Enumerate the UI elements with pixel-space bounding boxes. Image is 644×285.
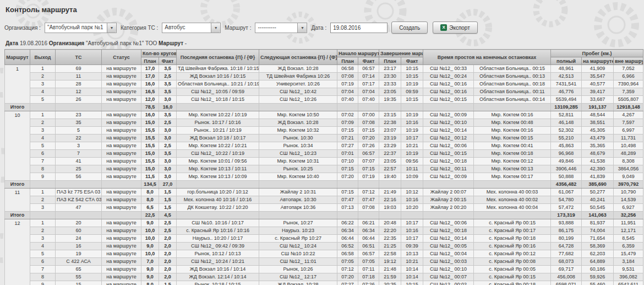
total-label: Итого <box>5 212 30 219</box>
create-button[interactable]: Создать <box>391 21 428 34</box>
table-cell: 1,5 <box>159 196 177 204</box>
table-cell: 8,545 <box>614 235 643 243</box>
table-cell: 07:12 <box>337 266 358 273</box>
chevron-down-icon[interactable]: ▼ <box>107 23 116 33</box>
date-input[interactable] <box>330 23 388 33</box>
table-cell: 22:58 <box>379 250 401 258</box>
table-cell: с. Красный Яр 00:15 <box>474 219 551 227</box>
table-cell: на маршруте <box>102 111 141 119</box>
header-status: Статус <box>102 50 141 65</box>
total-mileage-off: 12918,148 <box>614 104 643 111</box>
table-cell: 10:21 <box>401 142 423 150</box>
table-cell: 07:27 <box>337 281 358 285</box>
table-row: 235на маршруте15,02,5Рынок. 10:17 / 10:1… <box>5 119 643 127</box>
table-cell: 41 <box>56 158 102 165</box>
table-cell: 64,889 <box>582 258 614 266</box>
table-cell: 7,597 <box>614 119 643 127</box>
table-cell: 06:44 <box>337 235 358 243</box>
table-cell: 10,0 <box>141 235 159 243</box>
table-cell: 15,5 <box>141 142 159 150</box>
table-cell: Областная Больница.. 00:15 <box>474 65 551 73</box>
table-row: 35на маршруте15,53,0Рынок.. 10:21 / 10:1… <box>5 127 643 135</box>
table-cell: Мкр. Коктем 00:12 <box>474 158 551 165</box>
table-cell: 45,305 <box>582 127 614 135</box>
table-cell: 16,0 <box>141 80 159 88</box>
table-cell: с. Красный Яр 00:05 <box>474 266 551 273</box>
chevron-down-icon[interactable]: ▼ <box>211 23 220 33</box>
table-cell: 9,0 <box>141 219 159 227</box>
table-cell: 2 <box>30 73 56 80</box>
table-cell: 71,654 <box>582 235 614 243</box>
table-cell: 6,927 <box>614 204 643 212</box>
table-cell: 9 <box>30 281 56 285</box>
table-cell: Рынок.. 10:21 / 10:19 <box>177 127 259 135</box>
table-cell: 12,171 <box>614 227 643 235</box>
table-cell: 15,0 <box>141 119 159 127</box>
table-cell: 07:19 <box>358 173 379 181</box>
total-label: Итого <box>5 104 30 111</box>
category-dropdown[interactable]: Автобус ▼ <box>162 23 221 33</box>
table-cell: 40,577 <box>582 80 614 88</box>
table-cell <box>259 212 337 219</box>
table-cell: СШ №12_ 00:06 <box>423 219 474 227</box>
table-cell: 80,199 <box>551 235 582 243</box>
table-cell: 5 <box>56 127 102 135</box>
export-button[interactable]: X Экспорт <box>433 21 478 34</box>
table-cell: 16 <box>56 243 102 250</box>
table-cell: 33,687 <box>582 96 614 104</box>
table-cell: Мкр. Коктем 00:18 <box>474 150 551 158</box>
table-cell: 17,0 <box>141 73 159 80</box>
table-cell: 3,5 <box>159 65 177 73</box>
table-cell: 21:48 <box>379 266 401 273</box>
header-start-group: Начало маршрута <box>337 50 379 57</box>
table-cell: Мкр. Коктем 10:32 <box>259 127 337 135</box>
table-cell: с. Красный Яр 10:27 <box>259 235 337 243</box>
table-cell: на маршруте <box>102 142 141 150</box>
table-cell: 07:07 <box>358 158 379 165</box>
table-cell: 52,811 <box>551 111 582 119</box>
table-cell: 7 <box>30 266 56 273</box>
table-cell: 3 <box>30 204 56 212</box>
table-cell: 46,776 <box>551 88 582 96</box>
table-cell <box>102 212 141 219</box>
table-cell: 48,289 <box>614 150 643 158</box>
table-cell: 2,0 <box>159 235 177 243</box>
table-cell: 456,008 <box>551 273 582 281</box>
table-cell: 07:10 <box>337 158 358 165</box>
table-cell: СШ №12_ 00:03 <box>423 258 474 266</box>
table-cell: 58,369 <box>582 243 614 250</box>
table-cell <box>337 104 358 111</box>
table-cell: 1 <box>30 219 56 227</box>
table-cell: на маршруте <box>102 204 141 212</box>
table-cell: 56 <box>56 173 102 181</box>
table-cell: 15,0 <box>141 150 159 158</box>
table-cell: 22:35 <box>379 235 401 243</box>
table-cell: на маршруте <box>102 173 141 181</box>
table-cell: Мкр. Коктем 10:22 / 10:19 <box>177 111 259 119</box>
table-cell: 2,5 <box>159 219 177 227</box>
subtitle-org-value: "Автобусный парк №1" ТОО <box>86 40 157 46</box>
table-cell: Наурыз. 10:23 <box>259 227 337 235</box>
table-cell: 10:17 <box>401 219 423 227</box>
table-cell: 23:05 <box>379 88 401 96</box>
subtitle-date-value: 19.08.2016 <box>20 40 47 46</box>
table-cell: 81,937 <box>582 219 614 227</box>
chevron-down-icon[interactable]: ▼ <box>297 23 307 33</box>
table-cell: 9 <box>30 173 56 181</box>
total-mileage-off: 32,256 <box>614 212 643 219</box>
organization-dropdown[interactable]: "Автобусный парк №1 ▼ <box>45 23 117 33</box>
table-cell: 07:20 <box>337 273 358 281</box>
route-dropdown[interactable]: ---------- ▼ <box>255 23 307 33</box>
table-cell: 59,926 <box>582 273 614 281</box>
page-title: Контроль маршрута <box>6 6 644 14</box>
table-cell: 5 <box>30 142 56 150</box>
table-cell: 69 <box>56 65 102 73</box>
table-cell: 15 <box>56 281 102 285</box>
total-mileage-on: 191,137 <box>582 104 614 111</box>
table-cell <box>102 181 141 189</box>
table-cell: 15,0 <box>141 165 159 173</box>
table-cell: Мех. колонна 40 00:03 <box>474 189 551 196</box>
table-cell: 10:21 <box>401 258 423 266</box>
table-cell: СШ №12_ 00:12 <box>423 135 474 142</box>
table-cell: СШ №12_ 00:09 <box>423 173 474 181</box>
